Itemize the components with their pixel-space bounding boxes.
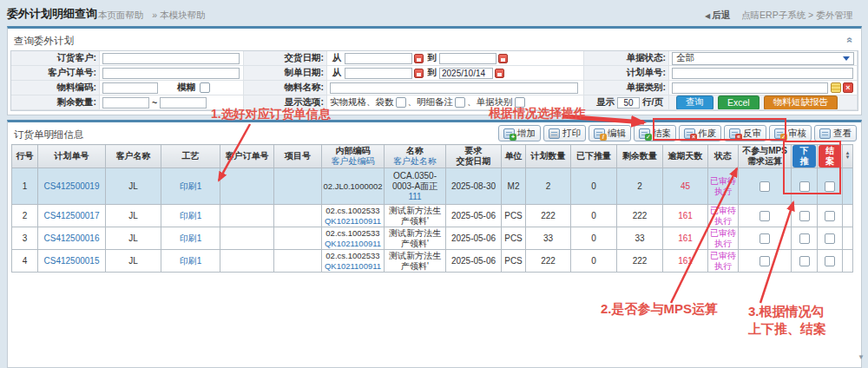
excel-button[interactable]: Excel [718,95,760,110]
close-all-button[interactable]: 结案 [819,145,841,168]
unapprove-button-label: 反审 [743,128,761,140]
cell-close [818,168,843,205]
close-checkbox[interactable] [825,233,835,244]
make-to-input[interactable] [439,68,493,79]
table-row[interactable]: 2CS412500017JL印刷102.cs.1002533QK10211009… [12,205,853,227]
plan-no-input[interactable] [672,68,853,79]
doc-type-input[interactable] [672,82,828,94]
material-code-input[interactable] [102,82,158,94]
push-checkbox[interactable] [799,233,810,244]
plan-no-link[interactable]: CS412500019 [44,181,100,191]
doc-type-clear-icon[interactable]: × [843,82,853,93]
cell-mps [739,227,792,250]
approve-button[interactable]: 审核 [769,125,812,141]
void-button[interactable]: 作废 [679,125,721,141]
add-button-label: 增加 [517,128,536,140]
order-customer-input[interactable] [102,53,240,64]
cust-order-no-input[interactable] [102,68,240,79]
push-checkbox[interactable] [799,256,810,266]
edit-button[interactable]: 编辑 [589,125,631,141]
cell-project [274,205,322,227]
col-header-due-date: 要求交货日期 [446,145,502,168]
push-all-button[interactable]: 下推 [792,145,816,168]
table-row[interactable]: 4CS412500015JL印刷102.cs.1002533QK10211009… [12,250,853,273]
view-button-label: 查看 [833,128,852,140]
fuzzy-checkbox[interactable] [200,82,210,93]
remain-qty-to-input[interactable] [160,97,207,108]
cell-expander [843,205,853,227]
system-link[interactable]: 点睛ERP子系统 [741,10,806,20]
close-case-button[interactable]: 结案 [634,125,676,141]
mps-checkbox[interactable] [760,181,770,192]
calendar-icon[interactable] [414,69,424,78]
cell-internal-code: 02.cs.1002533QK1021100911 [322,205,385,227]
col-header-close[interactable]: 结案 [818,145,843,168]
material-code-field: 模糊 [100,81,244,95]
push-checkbox[interactable] [799,211,810,221]
add-button[interactable]: 增加 [498,125,541,141]
col-header-plan-no: 计划单号 [38,145,106,168]
cust-order-no-label: 客户订单号: [11,66,100,81]
calendar-icon[interactable] [498,54,508,63]
top-right-nav: ◀后退 点睛ERP子系统 > 委外管理 [705,10,852,22]
material-name-input[interactable] [330,82,578,94]
view-button[interactable]: 查看 [814,125,857,141]
cell-process: 印刷1 [161,227,220,250]
calendar-icon[interactable] [414,54,424,63]
page-size-input[interactable] [617,97,640,108]
cell-cust-order [220,227,274,250]
plan-no-link[interactable]: CS412500016 [44,233,100,243]
push-checkbox[interactable] [799,181,810,192]
cell-name: OCA.0350-0003-A面正111 [385,168,446,205]
page-help-link[interactable]: » 本页面帮助 [90,10,143,20]
fuzzy-label: 模糊 [177,82,195,94]
detail-panel-title: 订货单明细信息 [14,128,84,141]
order-customer-label: 订货客户: [11,51,100,66]
delivery-to-input[interactable] [439,53,496,64]
cell-customer: JL [106,205,161,227]
cell-due-date: 2025-05-06 [446,227,502,250]
annotation-3: 2.是否参与MPS运算 [601,301,718,318]
doc-type-lookup-icon[interactable] [831,82,841,93]
module-help-link[interactable]: » 本模块帮助 [152,10,205,20]
delivery-date-field: 从 到 [327,51,584,66]
material-shortage-button[interactable]: 物料短缺报告 [764,95,838,110]
table-row[interactable]: 1CS412500019JL印刷102.JL0.1000002OCA.0350-… [12,168,853,205]
back-link[interactable]: ◀后退 [705,10,730,20]
table-row[interactable]: 3CS412500016JL印刷102.cs.1002533QK10211009… [12,227,853,250]
cell-remain-qty: 222 [617,250,663,273]
unapprove-button[interactable]: 反审 [724,125,766,141]
print-button[interactable]: 打印 [543,125,586,141]
mps-checkbox[interactable] [760,211,770,221]
cell-internal-code: 02.cs.1002533QK1021100911 [322,227,385,250]
opt-remark-checkbox[interactable] [455,97,465,108]
cell-overdue-days: 161 [663,250,708,273]
cell-close [818,227,843,250]
calendar-icon[interactable] [495,69,504,78]
col-header-customer: 客户名称 [106,145,161,168]
close-checkbox[interactable] [825,256,835,266]
remain-qty-from-input[interactable] [102,97,149,108]
scroll-down-icon[interactable]: ▼ [858,353,865,361]
collapse-panel-icon[interactable]: « [847,37,854,43]
expander-icon[interactable]: ▲▼ [845,151,851,160]
make-from-input[interactable] [345,68,412,79]
cell-plan-no: CS412500019 [38,168,106,205]
col-header-mps: 不参与MPS需求运算 [739,145,792,168]
delivery-from-input[interactable] [345,53,412,64]
plan-no-link[interactable]: CS412500017 [44,211,100,220]
cell-project [274,168,322,205]
chevron-down-icon [843,56,850,61]
col-header-expander[interactable]: ▲▼ [843,145,853,168]
query-button[interactable]: 查询 [676,95,713,110]
plan-no-link[interactable]: CS412500015 [44,256,100,266]
opt-spec-checkbox[interactable] [396,97,406,108]
mps-checkbox[interactable] [760,233,770,244]
cell-unit: PCS [502,227,526,250]
mps-checkbox[interactable] [760,256,770,266]
doc-status-select[interactable]: 全部 [672,52,854,65]
col-header-push[interactable]: 下推 [792,145,818,168]
module-link[interactable]: 委外管理 [816,10,852,20]
close-checkbox[interactable] [825,211,835,221]
close-checkbox[interactable] [825,181,835,192]
